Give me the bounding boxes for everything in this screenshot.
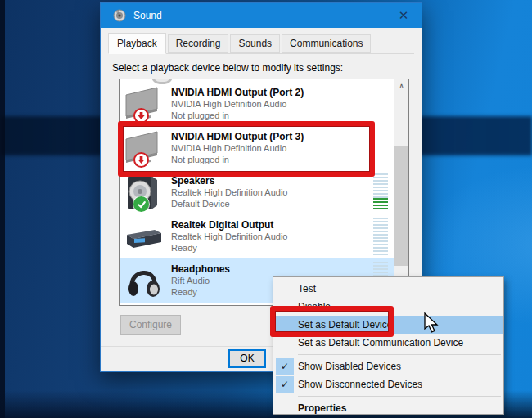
scroll-up-icon[interactable]: ∧ [394,79,408,92]
ok-button[interactable]: OK [228,349,266,368]
menu-item-show-disabled-devices[interactable]: ✓ Show Disabled Devices [273,357,503,375]
device-rows: NVIDIA HDMI Output (Port 2) NVIDIA High … [120,79,394,305]
sound-app-icon [113,9,126,22]
desktop: { "window": { "title": "Sound", "close_g… [0,0,532,418]
volume-meter [373,218,388,255]
window-title: Sound [133,10,162,21]
tab-recording[interactable]: Recording [168,34,229,53]
menu-item-label: Show Disconnected Devices [298,379,422,390]
wallpaper-left-edge [0,0,5,418]
scrollbar-thumb[interactable] [394,146,408,266]
menu-item-test[interactable]: Test [273,280,503,298]
device-name: Speakers [171,176,287,187]
checkmark-icon: ✓ [276,358,294,375]
checkmark-icon: ✓ [276,376,294,393]
context-menu: Test Disable Set as Default Device Set a… [273,276,504,415]
annotation-box-set-default [270,306,394,337]
device-name: Headphones [171,264,230,275]
instruction-label: Select a playback device below to modify… [112,62,343,74]
device-name: Realtek Digital Output [171,220,287,231]
device-status: Ready [171,243,287,254]
menu-separator [298,354,501,355]
default-device-check-icon [133,196,149,212]
tab-playback[interactable]: Playback [108,33,166,54]
menu-separator [298,396,501,397]
device-description: NVIDIA High Definition Audio [171,99,304,110]
device-description: Rift Audio [171,276,230,286]
device-row-nvidia-port2[interactable]: NVIDIA HDMI Output (Port 2) NVIDIA High … [120,82,394,126]
device-status: Default Device [171,199,287,209]
titlebar[interactable]: Sound ✕ [101,3,422,28]
tab-strip: Playback Recording Sounds Communications [108,34,414,54]
volume-meter [373,173,388,211]
device-row-realtek-digital[interactable]: Realtek Digital Output Realtek High Defi… [120,214,394,258]
tab-sounds[interactable]: Sounds [230,34,280,53]
list-scrollbar[interactable]: ∧ [394,79,408,305]
headphones-icon [124,261,171,300]
speaker-icon [124,173,171,212]
playback-device-list: NVIDIA HDMI Output (Port 2) NVIDIA High … [119,79,409,306]
menu-item-properties[interactable]: Properties [273,399,503,417]
menu-item-show-disconnected-devices[interactable]: ✓ Show Disconnected Devices [273,375,503,393]
close-button[interactable]: ✕ [390,6,417,25]
digital-output-icon [124,217,171,256]
monitor-icon [124,84,171,124]
device-description: Realtek High Definition Audio [171,187,287,198]
tab-communications[interactable]: Communications [282,34,371,53]
menu-item-label: Show Disabled Devices [298,361,401,372]
device-status: Ready [171,287,230,298]
annotation-box-port3 [118,121,375,177]
device-description: Realtek High Definition Audio [171,231,287,242]
mouse-cursor-icon [424,312,440,338]
device-status: Not plugged in [171,110,304,121]
configure-button: Configure [120,315,181,335]
device-name: NVIDIA HDMI Output (Port 2) [171,88,304,98]
device-row-speakers[interactable]: Speakers Realtek High Definition Audio D… [120,170,394,214]
